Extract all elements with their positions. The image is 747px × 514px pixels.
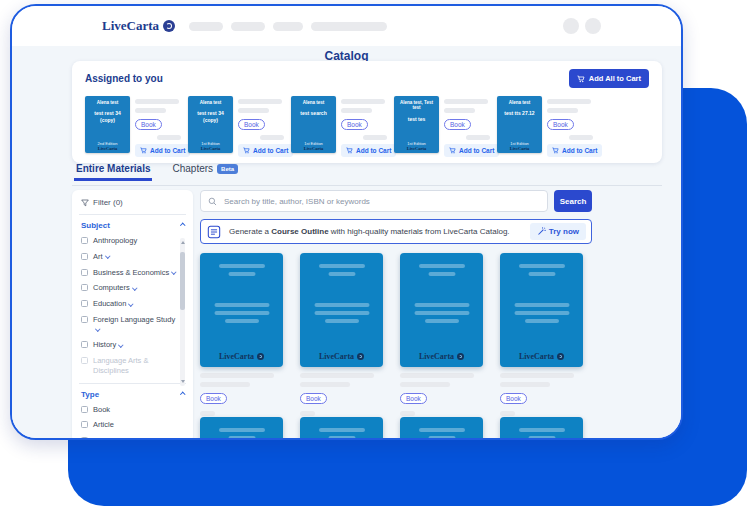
book-cover[interactable]: Alena test test rest 34 (copy) 1st Editi… xyxy=(188,96,233,153)
checkbox[interactable] xyxy=(81,237,88,244)
price-placeholder xyxy=(300,411,315,416)
book-cover[interactable]: LiveCarta xyxy=(500,253,583,367)
option-label: Bundle xyxy=(93,436,116,440)
checkbox[interactable] xyxy=(81,300,88,307)
add-to-cart-button[interactable]: Add to Cart xyxy=(135,144,190,157)
assigned-heading: Assigned to you xyxy=(85,73,163,84)
cover-brand: LiveCarta xyxy=(304,146,324,151)
assigned-cards-row: Alena test test rest 34 (copy) 2nd Editi… xyxy=(72,92,662,157)
price-placeholder xyxy=(569,135,593,140)
livecarta-mark-icon xyxy=(457,353,464,360)
chevron-down-icon[interactable] xyxy=(172,269,177,274)
book-cover[interactable] xyxy=(200,417,283,440)
checkbox[interactable] xyxy=(81,357,88,364)
filter-option-art[interactable]: Art xyxy=(81,252,176,262)
book-cover[interactable] xyxy=(400,417,483,440)
catalog-item xyxy=(400,417,500,440)
chevron-down-icon[interactable] xyxy=(119,342,124,347)
option-label: Business & Economics xyxy=(93,268,169,277)
author-placeholder xyxy=(238,108,269,113)
tab-chapters[interactable]: Chapters Beta xyxy=(170,163,240,181)
cover-brand: LiveCarta xyxy=(407,146,427,151)
cart-icon xyxy=(243,147,250,154)
filter-option-article[interactable]: Article xyxy=(81,420,184,430)
book-cover[interactable]: Alena test, Test test test tes 1st Editi… xyxy=(394,96,439,153)
filter-section-type[interactable]: Type xyxy=(81,390,184,399)
add-to-cart-label: Add to Cart xyxy=(150,147,185,154)
search-input[interactable] xyxy=(222,196,540,207)
checkbox[interactable] xyxy=(81,316,88,323)
book-cover[interactable]: Alena test test search 1st Edition LiveC… xyxy=(291,96,336,153)
funnel-icon xyxy=(81,199,89,207)
book-cover[interactable]: LiveCarta xyxy=(300,253,383,367)
book-cover[interactable]: Alena test test rest 34 (copy) 2nd Editi… xyxy=(85,96,130,153)
notification-circle[interactable] xyxy=(563,18,579,34)
filter-option-computers[interactable]: Computers xyxy=(81,283,176,293)
catalog-main: Search Generate a Course Outline with hi… xyxy=(200,190,592,212)
scroll-up-arrow-icon[interactable] xyxy=(181,241,185,244)
book-cover[interactable]: Alena test test tts 27.12 1st Edition Li… xyxy=(497,96,542,153)
book-cover[interactable] xyxy=(300,417,383,440)
filter-option-book[interactable]: Book xyxy=(81,405,184,415)
chevron-down-icon[interactable] xyxy=(129,301,134,306)
nav-link-placeholder[interactable] xyxy=(273,22,303,31)
cover-title: test tes xyxy=(408,116,426,122)
filter-sidebar: Filter (0) Subject Anthropology Art xyxy=(72,190,193,440)
author-placeholder xyxy=(400,382,450,387)
book-type-badge: Book xyxy=(300,393,327,404)
add-to-cart-button[interactable]: Add to Cart xyxy=(444,144,499,157)
filter-section-subject[interactable]: Subject xyxy=(81,221,184,230)
magic-wand-icon xyxy=(537,227,546,236)
book-type-badge: Book xyxy=(341,119,368,130)
filter-option-language-arts[interactable]: Language Arts & Disciplines xyxy=(81,356,176,376)
catalog-item xyxy=(500,417,600,440)
filter-option-foreign-language-study[interactable]: Foreign Language Study xyxy=(81,315,176,335)
avatar[interactable] xyxy=(585,18,601,34)
add-to-cart-label: Add to Cart xyxy=(459,147,494,154)
book-type-badge: Book xyxy=(135,119,162,130)
subject-scrollbar[interactable] xyxy=(180,238,185,386)
chevron-down-icon[interactable] xyxy=(105,254,110,259)
cover-line xyxy=(328,272,355,276)
checkbox[interactable] xyxy=(81,284,88,291)
book-cover[interactable] xyxy=(500,417,583,440)
tab-entire-materials[interactable]: Entire Materials xyxy=(74,163,152,181)
livecarta-logo[interactable]: LiveCarta xyxy=(102,18,175,34)
nav-link-placeholder[interactable] xyxy=(189,22,223,31)
checkbox[interactable] xyxy=(81,253,88,260)
scrollbar-thumb[interactable] xyxy=(180,252,185,310)
checkbox[interactable] xyxy=(81,406,88,413)
cover-brand: LiveCarta xyxy=(98,146,118,151)
book-cover[interactable]: LiveCarta xyxy=(400,253,483,367)
filter-option-bundle[interactable]: Bundle xyxy=(81,436,184,440)
add-to-cart-button[interactable]: Add to Cart xyxy=(547,144,602,157)
scroll-down-arrow-icon[interactable] xyxy=(181,380,185,383)
catalog-item: LiveCarta Book xyxy=(300,253,400,416)
chevron-down-icon[interactable] xyxy=(95,326,100,331)
livecarta-mark-icon xyxy=(557,353,564,360)
checkbox[interactable] xyxy=(81,341,88,348)
add-to-cart-button[interactable]: Add to Cart xyxy=(238,144,293,157)
book-cover[interactable]: LiveCarta xyxy=(200,253,283,367)
search-button[interactable]: Search xyxy=(554,190,592,212)
checkbox[interactable] xyxy=(81,421,88,428)
checkbox[interactable] xyxy=(81,269,88,276)
assigned-card: Alena test test rest 34 (copy) 2nd Editi… xyxy=(85,96,184,157)
content-area: Catalog Assigned to you Add All to Cart xyxy=(12,46,681,438)
filter-option-education[interactable]: Education xyxy=(81,299,176,309)
filter-option-anthropology[interactable]: Anthropology xyxy=(81,236,176,246)
cover-line xyxy=(514,303,569,307)
try-now-button[interactable]: Try now xyxy=(530,223,586,240)
filter-option-business-economics[interactable]: Business & Economics xyxy=(81,268,176,278)
cover-line xyxy=(428,436,455,440)
nav-link-placeholder[interactable] xyxy=(231,22,265,31)
add-all-to-cart-button[interactable]: Add All to Cart xyxy=(569,69,649,88)
filter-option-history[interactable]: History xyxy=(81,340,176,350)
sidebar-divider xyxy=(79,214,186,215)
tabs-divider xyxy=(72,185,662,186)
nav-link-placeholder[interactable] xyxy=(311,22,387,31)
checkbox[interactable] xyxy=(81,437,88,440)
add-to-cart-button[interactable]: Add to Cart xyxy=(341,144,396,157)
chevron-down-icon[interactable] xyxy=(132,285,137,290)
logo-text: LiveCarta xyxy=(102,18,159,34)
